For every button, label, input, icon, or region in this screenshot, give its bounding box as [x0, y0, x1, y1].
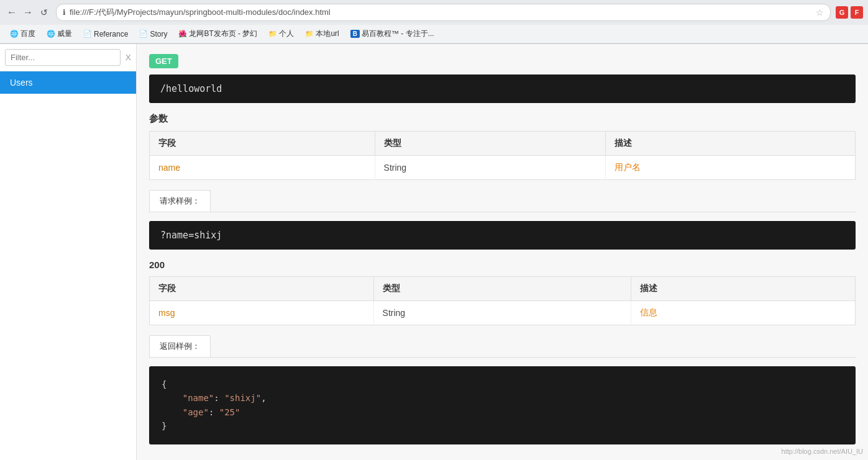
resp-col-field: 字段 [150, 277, 374, 301]
bookmark-personal-icon: 📁 [268, 30, 277, 38]
request-tab-row: 请求样例： [149, 190, 856, 212]
method-badge: GET [149, 54, 178, 68]
params-table: 字段 类型 描述 name String 用户名 [149, 131, 856, 180]
code-line-1: { [162, 377, 843, 391]
table-row: name String 用户名 [150, 156, 856, 180]
sidebar-item-users[interactable]: Users [0, 71, 136, 94]
bookmark-weiyi-label: 威量 [57, 29, 72, 39]
bookmark-baidu-icon: 🌐 [10, 30, 19, 38]
bookmark-story-label: Story [150, 30, 167, 38]
request-tab-divider [149, 212, 856, 212]
browser-chrome: ← → ↺ ℹ file:///F:/代码/MyProjects/mayun/s… [0, 0, 868, 44]
params-col-type: 类型 [375, 132, 605, 156]
param-field-type: String [375, 156, 605, 180]
lock-icon: ℹ [63, 8, 66, 17]
ext-icon-2[interactable]: F [851, 6, 863, 19]
code-line-3: "age": "25" [162, 405, 843, 419]
resp-col-type: 类型 [373, 277, 631, 301]
bookmark-localurl-icon: 📁 [305, 30, 314, 38]
bookmark-weiyi-icon: 🌐 [47, 30, 55, 38]
bookmark-baidu-label: 百度 [21, 29, 35, 39]
bookmark-personal[interactable]: 📁 个人 [265, 27, 298, 40]
params-col-desc: 描述 [605, 132, 855, 156]
bookmark-baidu[interactable]: 🌐 百度 [6, 27, 39, 40]
filter-input[interactable] [5, 49, 121, 66]
toolbar-actions: G F [836, 6, 863, 19]
main-content: GET /helloworld 参数 字段 类型 描述 name String … [137, 44, 868, 460]
resp-field-desc: 信息 [631, 301, 856, 325]
response-tab-row: 返回样例： [149, 335, 856, 357]
param-field-name: name [150, 156, 375, 180]
bookmark-reference[interactable]: 📄 Referance [80, 29, 132, 40]
status-code: 200 [149, 259, 856, 270]
back-button[interactable]: ← [5, 6, 19, 19]
bookmark-yibai[interactable]: B 易百教程™ - 专注于... [347, 27, 438, 40]
browser-toolbar: ← → ↺ ℹ file:///F:/代码/MyProjects/mayun/s… [0, 0, 868, 25]
reload-button[interactable]: ↺ [37, 6, 51, 19]
bookmark-yibai-label: 易百教程™ - 专注于... [362, 29, 434, 39]
address-bar[interactable]: ℹ file:///F:/代码/MyProjects/mayun/springb… [56, 4, 831, 21]
request-example-block: ?name=shixj [149, 221, 856, 250]
filter-row: X [0, 44, 136, 71]
bookmark-reference-label: Referance [94, 30, 128, 38]
table-row: msg String 信息 [150, 301, 856, 325]
ext-icon-1[interactable]: G [836, 6, 848, 19]
resp-field-name: msg [150, 301, 374, 325]
app-layout: X Users GET /helloworld 参数 字段 类型 描述 name… [0, 44, 868, 460]
bookmark-star-icon[interactable]: ☆ [816, 7, 824, 17]
filter-clear-button[interactable]: X [123, 52, 134, 63]
resp-col-desc: 描述 [631, 277, 856, 301]
bookmark-localurl-label: 本地url [316, 29, 339, 39]
code-line-4: } [162, 419, 843, 433]
bookmarks-bar: 🌐 百度 🌐 威量 📄 Referance 📄 Story 🌺 龙网BT发布页 … [0, 25, 868, 43]
nav-buttons: ← → ↺ [5, 6, 51, 19]
bookmark-longwang-icon: 🌺 [178, 30, 187, 38]
address-text: file:///F:/代码/MyProjects/mayun/springboo… [70, 7, 812, 18]
endpoint-bar: /helloworld [149, 74, 856, 103]
bookmark-story-icon: 📄 [139, 30, 148, 38]
bookmark-weiyi[interactable]: 🌐 威量 [43, 27, 76, 40]
response-tab-button[interactable]: 返回样例： [149, 335, 211, 357]
forward-button[interactable]: → [21, 6, 35, 19]
params-col-field: 字段 [150, 132, 375, 156]
bookmark-longwang[interactable]: 🌺 龙网BT发布页 - 梦幻 [175, 27, 261, 40]
bookmark-reference-icon: 📄 [83, 30, 92, 38]
resp-field-type: String [373, 301, 631, 325]
code-line-2: "name": "shixj", [162, 391, 843, 405]
bookmark-personal-label: 个人 [279, 29, 294, 39]
request-tab-button[interactable]: 请求样例： [149, 190, 211, 212]
response-tab-divider [149, 357, 856, 358]
response-example-block: { "name": "shixj", "age": "25" } [149, 366, 856, 444]
watermark: http://blog.csdn.net/AIU_IU [782, 448, 863, 455]
params-title: 参数 [149, 113, 856, 125]
bookmark-story[interactable]: 📄 Story [135, 29, 171, 40]
response-table: 字段 类型 描述 msg String 信息 [149, 276, 856, 325]
param-field-desc: 用户名 [605, 156, 855, 180]
bookmark-localurl[interactable]: 📁 本地url [301, 27, 342, 40]
bookmark-yibai-icon: B [350, 30, 360, 38]
bookmark-longwang-label: 龙网BT发布页 - 梦幻 [189, 29, 257, 39]
sidebar: X Users [0, 44, 137, 460]
